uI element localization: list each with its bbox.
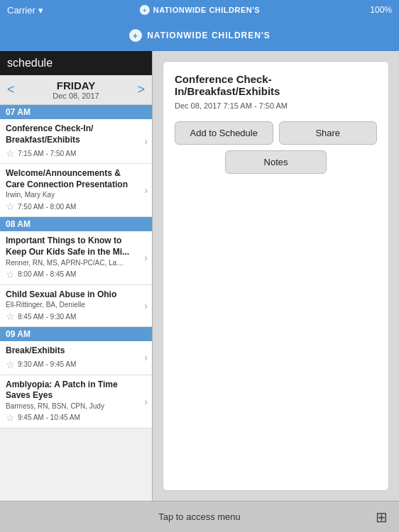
schedule-header: schedule xyxy=(0,51,152,75)
brand-logo-icon: + xyxy=(139,4,151,16)
carrier-label: Carrier xyxy=(7,5,35,16)
next-day-button[interactable]: > xyxy=(137,82,145,97)
session-welcome[interactable]: Welcome/Announcements &Care Connection P… xyxy=(0,164,152,217)
session-time-row: ☆ 8:45 AM - 9:30 AM xyxy=(6,311,146,322)
schedule-list: 07 AM Conference Check-In/Breakfast/Exhi… xyxy=(0,105,152,501)
day-navigator: < FRIDAY Dec 08, 2017 > xyxy=(0,75,152,105)
brand-header: + NATIONWIDE CHILDREN'S xyxy=(139,4,260,16)
session-time: 9:30 AM - 9:45 AM xyxy=(18,360,76,368)
day-name: FRIDAY xyxy=(53,79,99,92)
session-title: Child Sexual Abuse in Ohio xyxy=(6,289,146,301)
session-checkin[interactable]: Conference Check-In/Breakfast/Exhibits ☆… xyxy=(0,119,152,164)
brand-name: NATIONWIDE CHILDREN'S xyxy=(153,6,260,14)
notes-row: Notes xyxy=(175,150,377,174)
session-time-row: ☆ 9:30 AM - 9:45 AM xyxy=(6,359,146,370)
session-presenter: Barmess, RN, BSN, CPN, Judy xyxy=(6,402,126,410)
main-content: schedule < FRIDAY Dec 08, 2017 > 07 AM C… xyxy=(0,51,399,501)
star-icon[interactable]: ☆ xyxy=(6,412,15,423)
star-icon[interactable]: ☆ xyxy=(6,201,15,212)
action-buttons: Add to Schedule Share xyxy=(175,121,377,145)
session-time-row: ☆ 7:15 AM - 7:50 AM xyxy=(6,148,146,159)
session-title: Welcome/Announcements &Care Connection P… xyxy=(6,168,146,190)
carrier-info: Carrier ▾ xyxy=(7,5,43,16)
day-date: Dec 08, 2017 xyxy=(53,92,99,100)
detail-box: Conference Check-In/Breakfast/Exhibits D… xyxy=(163,61,389,491)
session-presenter: Ell-Rittinger, BA, Denielle xyxy=(6,301,126,309)
time-header-8am: 08 AM xyxy=(0,217,152,231)
chevron-right-icon: › xyxy=(144,252,148,263)
session-important-things[interactable]: Important Things to Know toKeep Our Kids… xyxy=(0,231,152,284)
nav-bar: + NATIONWIDE CHILDREN'S xyxy=(0,20,399,51)
session-title: Amblyopia: A Patch in TimeSaves Eyes xyxy=(6,379,146,401)
svg-text:+: + xyxy=(133,31,138,41)
battery-label: 100% xyxy=(370,5,392,15)
session-time: 8:45 AM - 9:30 AM xyxy=(18,313,76,321)
notes-button[interactable]: Notes xyxy=(225,150,327,174)
grid-icon[interactable]: ⊞ xyxy=(376,509,388,526)
session-amblyopia[interactable]: Amblyopia: A Patch in TimeSaves Eyes Bar… xyxy=(0,375,152,428)
session-time: 7:15 AM - 7:50 AM xyxy=(18,150,76,157)
session-time-row: ☆ 9:45 AM - 10:45 AM xyxy=(6,412,146,423)
add-to-schedule-button[interactable]: Add to Schedule xyxy=(175,121,273,145)
chevron-right-icon: › xyxy=(144,135,148,147)
schedule-title: schedule xyxy=(7,57,53,69)
detail-panel: Conference Check-In/Breakfast/Exhibits D… xyxy=(153,51,399,501)
svg-text:+: + xyxy=(143,7,147,14)
star-icon[interactable]: ☆ xyxy=(6,269,15,280)
bottom-bar: Tap to access menu ⊞ xyxy=(0,501,399,532)
star-icon[interactable]: ☆ xyxy=(6,148,15,159)
tap-menu-label[interactable]: Tap to access menu xyxy=(137,511,263,522)
session-time-row: ☆ 8:00 AM - 8:45 AM xyxy=(6,269,146,280)
chevron-right-icon: › xyxy=(144,396,148,407)
grid-icon-wrapper: ⊞ xyxy=(262,509,388,526)
chevron-right-icon: › xyxy=(144,352,148,363)
nav-brand-label: NATIONWIDE CHILDREN'S xyxy=(147,31,270,40)
time-header-9am: 09 AM xyxy=(0,327,152,341)
detail-title: Conference Check-In/Breakfast/Exhibits xyxy=(175,73,377,97)
session-title: Break/Exhibits xyxy=(6,345,146,357)
chevron-right-icon: › xyxy=(144,300,148,311)
session-time: 8:00 AM - 8:45 AM xyxy=(18,270,76,278)
session-presenter: Renner, RN, MS, APRN-PC/AC, Lauren, W... xyxy=(6,259,126,267)
day-center: FRIDAY Dec 08, 2017 xyxy=(53,79,99,100)
session-time-row: ☆ 7:50 AM - 8:00 AM xyxy=(6,201,146,212)
battery-info: 100% xyxy=(370,5,392,15)
session-time: 7:50 AM - 8:00 AM xyxy=(18,203,76,211)
star-icon[interactable]: ☆ xyxy=(6,359,15,370)
session-break[interactable]: Break/Exhibits ☆ 9:30 AM - 9:45 AM › xyxy=(0,341,152,375)
session-presenter: Irwin, Mary Kay xyxy=(6,191,126,199)
prev-day-button[interactable]: < xyxy=(7,82,15,97)
share-button[interactable]: Share xyxy=(279,121,378,145)
nav-brand: + NATIONWIDE CHILDREN'S xyxy=(129,28,270,43)
time-header-7am: 07 AM xyxy=(0,105,152,119)
session-title: Conference Check-In/Breakfast/Exhibits xyxy=(6,123,146,145)
signal-icon: ▾ xyxy=(38,5,43,16)
schedule-panel: schedule < FRIDAY Dec 08, 2017 > 07 AM C… xyxy=(0,51,153,501)
chevron-right-icon: › xyxy=(144,184,148,196)
session-time: 9:45 AM - 10:45 AM xyxy=(18,414,80,421)
session-title: Important Things to Know toKeep Our Kids… xyxy=(6,235,146,257)
status-bar: Carrier ▾ + NATIONWIDE CHILDREN'S 100% xyxy=(0,0,399,20)
star-icon[interactable]: ☆ xyxy=(6,311,15,322)
detail-datetime: Dec 08, 2017 7:15 AM - 7:50 AM xyxy=(175,101,377,110)
nav-logo-icon: + xyxy=(129,28,143,43)
session-child-abuse[interactable]: Child Sexual Abuse in Ohio Ell-Rittinger… xyxy=(0,285,152,328)
